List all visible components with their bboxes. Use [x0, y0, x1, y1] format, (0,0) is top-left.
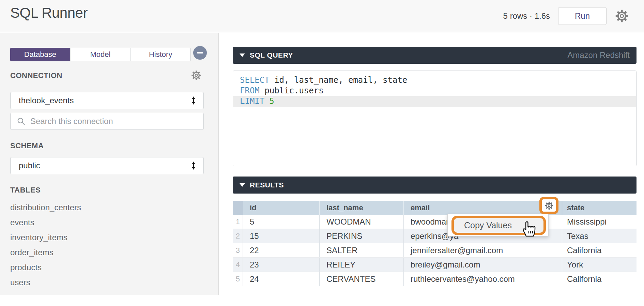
results-panel-title: RESULTS — [250, 181, 284, 189]
top-bar-actions: 5 rows · 1.6s Run — [503, 0, 629, 32]
search-icon — [17, 117, 26, 126]
cell-email: ruthiecervantes@yahoo.com — [404, 272, 562, 286]
up-down-arrows-icon — [191, 161, 196, 170]
row-number: 4 — [233, 258, 243, 272]
results-table: id last_name email state 1 5 WOODMAN bwo… — [233, 201, 637, 286]
cell-last-name: REILEY — [320, 258, 404, 272]
table-row: 2 15 PERKINS eperkins@ya Texas — [233, 229, 637, 243]
cell-id: 5 — [243, 215, 320, 229]
code-line: FROM public.users — [233, 86, 636, 96]
column-header-email: email — [404, 201, 562, 215]
table-item-distribution-centers[interactable]: distribution_centers — [10, 200, 81, 215]
tables-list: distribution_centers events inventory_it… — [10, 200, 81, 290]
connection-search — [10, 113, 204, 130]
column-header-last-name: last_name — [320, 201, 404, 215]
table-row: 4 23 REILEY breiley@gmail.com York — [233, 258, 637, 272]
column-header-id: id — [243, 201, 320, 215]
run-button[interactable]: Run — [558, 7, 607, 25]
column-header-state: state — [562, 201, 637, 215]
cell-state: Mississippi — [562, 215, 637, 229]
row-number: 2 — [233, 229, 243, 243]
table-row: 5 24 CERVANTES ruthiecervantes@yahoo.com… — [233, 272, 637, 286]
table-item-order-items[interactable]: order_items — [10, 245, 81, 260]
cell-state: California — [562, 272, 637, 286]
connection-heading: CONNECTION — [10, 71, 62, 80]
connection-select-value: thelook_events — [19, 96, 74, 105]
connection-select[interactable]: thelook_events — [10, 92, 204, 109]
schema-select[interactable]: public — [10, 157, 204, 174]
table-item-products[interactable]: products — [10, 260, 81, 275]
page-title: SQL Runner — [10, 5, 88, 21]
row-number: 1 — [233, 215, 243, 229]
main-content: SQL QUERY Amazon Redshift SELECT id, las… — [220, 33, 644, 306]
cell-id: 24 — [243, 272, 320, 286]
table-item-events[interactable]: events — [10, 215, 81, 230]
explorer-sidebar: Database Model History CONNECTION theloo… — [0, 33, 219, 295]
cell-last-name: SALTER — [320, 243, 404, 257]
triangle-down-icon — [240, 183, 245, 187]
column-context-menu: Copy Values — [447, 214, 549, 236]
cell-state: York — [562, 258, 637, 272]
cell-id: 15 — [243, 229, 320, 243]
sql-query-panel-title: SQL QUERY — [250, 51, 293, 59]
hand-cursor-icon — [521, 220, 536, 237]
settings-gear-icon[interactable] — [615, 9, 629, 23]
copy-values-annotation: Copy Values — [451, 216, 546, 235]
search-input[interactable] — [30, 117, 197, 126]
minus-icon — [197, 52, 203, 53]
row-number: 3 — [233, 243, 243, 257]
tables-heading: TABLES — [10, 186, 41, 195]
connection-gear-icon[interactable] — [191, 70, 202, 81]
query-status: 5 rows · 1.6s — [503, 11, 550, 21]
sql-runner-app: SQL Runner 5 rows · 1.6s Run Database Mo… — [0, 0, 644, 306]
collapse-sidebar-button[interactable] — [193, 46, 207, 60]
schema-heading: SCHEMA — [10, 141, 44, 150]
table-row: 1 5 WOODMAN bwoodman@ Mississippi — [233, 215, 637, 229]
table-row: 3 22 SALTER jennifersalter@gmail.com Cal… — [233, 243, 637, 258]
results-table-header: id last_name email state — [233, 201, 637, 215]
cell-id: 23 — [243, 258, 320, 272]
sql-query-panel-header[interactable]: SQL QUERY Amazon Redshift — [233, 47, 637, 64]
connection-dialect-label: Amazon Redshift — [567, 50, 637, 60]
table-item-inventory-items[interactable]: inventory_items — [10, 230, 81, 245]
row-number: 5 — [233, 272, 243, 286]
tab-history[interactable]: History — [131, 48, 190, 61]
sidebar-tabs: Database Model History — [10, 48, 191, 61]
top-bar: SQL Runner 5 rows · 1.6s Run — [0, 0, 644, 32]
cell-email: jennifersalter@gmail.com — [404, 243, 562, 257]
code-line: SELECT id, last_name, email, state — [233, 75, 636, 86]
results-panel-header[interactable]: RESULTS — [233, 177, 637, 194]
schema-select-value: public — [19, 161, 40, 170]
code-line-active: LIMIT5 — [233, 96, 636, 107]
triangle-down-icon — [240, 53, 245, 57]
cell-id: 22 — [243, 243, 320, 257]
cell-state: Texas — [562, 229, 637, 243]
cell-last-name: PERKINS — [320, 229, 404, 243]
sql-editor[interactable]: SELECT id, last_name, email, state FROM … — [233, 71, 637, 166]
table-item-users[interactable]: users — [10, 275, 81, 290]
menu-item-copy-values[interactable]: Copy Values — [454, 220, 512, 230]
column-settings-gear-icon[interactable] — [545, 201, 554, 210]
cell-last-name: WOODMAN — [320, 215, 404, 229]
column-gear-annotation — [539, 197, 558, 214]
up-down-arrows-icon — [191, 96, 196, 105]
cell-last-name: CERVANTES — [320, 272, 404, 286]
tab-model[interactable]: Model — [71, 48, 131, 61]
corner-header-cell — [233, 201, 243, 215]
cell-state: California — [562, 243, 637, 257]
tab-database[interactable]: Database — [10, 48, 71, 61]
cell-email: breiley@gmail.com — [404, 258, 562, 272]
